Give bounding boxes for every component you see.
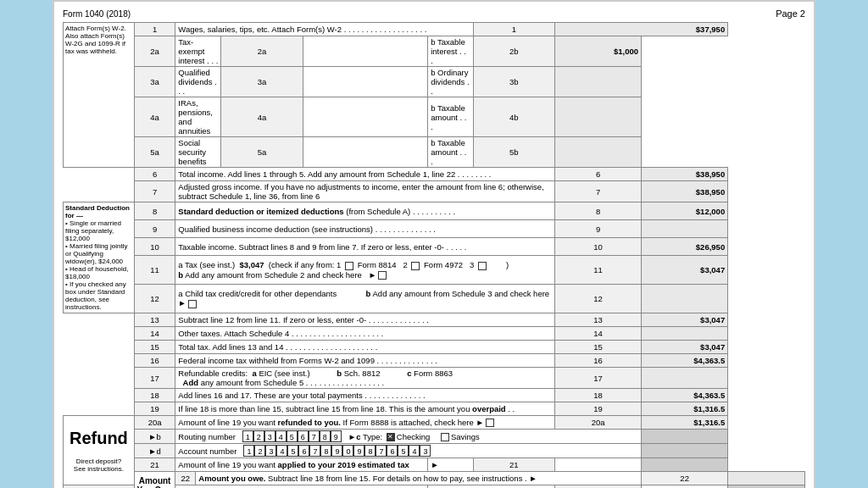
- line8-value: $12,000: [642, 202, 728, 220]
- line12-ref: 12: [555, 285, 642, 313]
- acct-box-14: 6: [387, 445, 398, 457]
- line15-value: $3,047: [642, 341, 728, 354]
- table-row: 12 a Child tax credit/credit for other d…: [64, 285, 805, 313]
- checkbox-savings[interactable]: [441, 433, 449, 441]
- line23-input[interactable]: [642, 485, 728, 489]
- empty-cell4: [728, 485, 805, 489]
- table-row: 14 Other taxes. Attach Schedule 4 . . . …: [64, 327, 805, 341]
- empty-cell3: [642, 458, 728, 472]
- acct-box-15: 5: [398, 445, 409, 457]
- line13-label: Subtract line 12 from line 11. If zero o…: [175, 313, 555, 327]
- line21-ref: 21: [473, 458, 554, 472]
- line21-arrow: ►: [428, 458, 473, 472]
- line-num-22: 22: [175, 472, 196, 485]
- direct-deposit-label: Direct deposit?See instructions.: [65, 458, 132, 473]
- line2b-label: b Taxable interest . . .: [428, 36, 473, 67]
- form-wrapper: Form 1040 (2018) Page 2 Attach Form(s) W…: [53, 0, 815, 488]
- line11-ref: 11: [555, 256, 642, 285]
- table-row: 15 Total tax. Add lines 13 and 14 . . . …: [64, 341, 805, 354]
- line4b-label: b Taxable amount . . .: [428, 97, 473, 137]
- std-ded-item4: • If you checked any box under Standard …: [65, 280, 126, 311]
- line3a-ref: 3a: [221, 67, 303, 97]
- line3b-value: [555, 67, 642, 97]
- table-row: 3a Qualified dividends . . . 3a b Ordina…: [64, 67, 805, 97]
- table-row: Standard Deduction for — • Single or mar…: [64, 202, 805, 220]
- table-row: 21 Amount of line 19 you want applied to…: [64, 458, 805, 472]
- line-num-6: 6: [134, 168, 175, 181]
- acct-box-2: 2: [254, 445, 265, 457]
- checkbox-sch3[interactable]: [188, 300, 197, 308]
- form-title: Form 1040 (2018): [63, 9, 131, 19]
- line7-value: $38,950: [642, 181, 728, 202]
- checkbox-sch2[interactable]: [378, 271, 387, 280]
- empty-side: [64, 341, 135, 354]
- attach-note: Attach Form(s) W-2. Also attach Form(s) …: [64, 23, 135, 168]
- table-row: 6 Total income. Add lines 1 through 5. A…: [64, 168, 805, 181]
- line4a-ref: 4a: [221, 97, 303, 137]
- table-row: 7 Adjusted gross income. If you have no …: [64, 181, 805, 202]
- line5a-input[interactable]: [303, 137, 427, 168]
- line-num-9: 9: [134, 220, 175, 238]
- empty-side: [64, 313, 135, 327]
- line-num-5a: 5a: [134, 137, 175, 168]
- line-num-16: 16: [134, 354, 175, 368]
- standard-deduction-note: Standard Deduction for — • Single or mar…: [64, 202, 135, 313]
- line-num-14: 14: [134, 327, 175, 341]
- line20b-label: Routing number 123456789 ►c Type: Checki…: [175, 430, 642, 444]
- line-num-4a: 4a: [134, 97, 175, 137]
- line-num-19: 19: [134, 402, 175, 416]
- line20a-value: $1,316.5: [642, 416, 728, 430]
- routing-box-3: 3: [264, 430, 275, 442]
- checkbox-8888[interactable]: [486, 419, 494, 427]
- table-row: 9 Qualified business income deduction (s…: [64, 220, 805, 238]
- line3a-label: Qualified dividends . . .: [175, 67, 221, 97]
- table-row: Amount You Owe 22 Amount you owe. Subtra…: [64, 472, 805, 485]
- line17-ref: 17: [555, 368, 642, 389]
- line-num-20b: ►b: [134, 430, 175, 444]
- line2a-input[interactable]: [303, 36, 427, 67]
- checkbox-4972[interactable]: [411, 262, 420, 270]
- line-num-11: 11: [134, 256, 175, 285]
- empty-cell2: [642, 444, 728, 458]
- table-row: 16 Federal income tax withheld from Form…: [64, 354, 805, 368]
- line5a-ref: 5a: [221, 137, 303, 168]
- line6-ref: 6: [555, 168, 642, 181]
- main-table: Attach Form(s) W-2. Also attach Form(s) …: [63, 22, 805, 488]
- line-num-20d: ►d: [134, 444, 175, 458]
- line9-value: [642, 220, 728, 238]
- amount-owe-section-label: Amount You Owe: [134, 472, 175, 489]
- line15-label: Total tax. Add lines 13 and 14 . . . . .…: [175, 341, 555, 354]
- table-row: Attach Form(s) W-2. Also attach Form(s) …: [64, 23, 805, 36]
- table-row: ►d Account number 12345678909876543: [64, 444, 805, 458]
- line4b-ref: 4b: [473, 97, 554, 137]
- line4a-input[interactable]: [303, 97, 427, 137]
- std-ded-item3: • Head of household, $18,000: [65, 265, 128, 280]
- line17-value: [642, 368, 728, 389]
- checkbox-3[interactable]: [478, 262, 487, 270]
- line21-label: Amount of line 19 you want applied to yo…: [175, 458, 428, 472]
- line3a-input[interactable]: [303, 67, 427, 97]
- line-num-18: 18: [134, 389, 175, 402]
- line-num-7: 7: [134, 181, 175, 202]
- line23-ref: 23: [555, 485, 642, 489]
- routing-box-1: 1: [242, 430, 253, 442]
- line22-label: Amount you owe. Subtract line 18 from li…: [196, 472, 642, 485]
- line16-value: $4,363.5: [642, 354, 728, 368]
- acct-box-9: 9: [331, 445, 342, 457]
- std-ded-title: Standard Deduction for —: [65, 204, 130, 219]
- checkbox-checking[interactable]: [387, 433, 395, 441]
- acct-box-10: 0: [342, 445, 353, 457]
- line-num-13: 13: [134, 313, 175, 327]
- line20d-label: Account number 12345678909876543: [175, 444, 642, 458]
- line18-value: $4,363.5: [642, 389, 728, 402]
- empty-side: [64, 402, 135, 416]
- acct-box-1: 1: [243, 445, 254, 457]
- form-header: Form 1040 (2018) Page 2: [63, 8, 805, 19]
- checkbox-8814[interactable]: [345, 262, 353, 270]
- routing-box-4: 4: [275, 430, 287, 442]
- line20a-label: Amount of line 19 you want refunded to y…: [175, 416, 555, 430]
- line13-value: $3,047: [642, 313, 728, 327]
- line11-label: a Tax (see inst.) $3,047 (check if any f…: [175, 256, 555, 285]
- empty-cell: [642, 430, 728, 444]
- line21-input[interactable]: [555, 458, 642, 472]
